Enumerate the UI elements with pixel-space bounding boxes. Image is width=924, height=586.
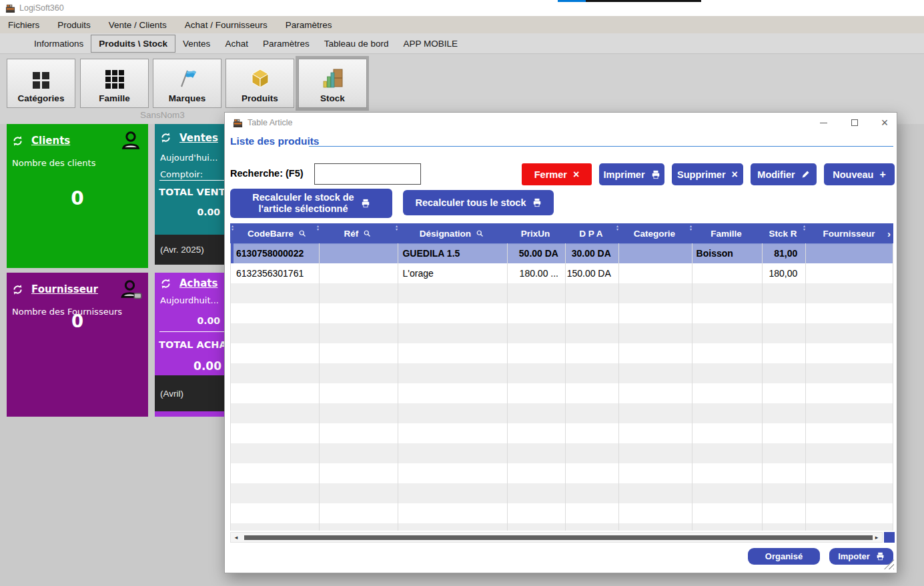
horizontal-scrollbar[interactable]: ◂ ▸ [230,532,883,543]
table-row[interactable]: 6132356301761 L'orage 180.00 ... 150.00 … [231,263,893,283]
minimize-icon[interactable] [817,117,829,129]
table-row-empty[interactable] [231,503,893,523]
maximize-icon[interactable] [849,117,861,129]
table-row-empty[interactable] [231,343,893,363]
scroll-left-icon[interactable]: ◂ [232,533,240,541]
cell [804,243,893,263]
fermer-button[interactable]: Fermer × [522,163,592,185]
menu-fichiers[interactable]: Fichiers [8,20,39,30]
toolbar-button-stock[interactable]: Stock [298,59,367,108]
col-codebarre[interactable]: CodeBarre [230,223,318,243]
cube-icon [250,67,271,89]
tab-achat[interactable]: Achat [217,35,256,52]
cell: 6130758000022 [231,243,319,263]
search-icon [476,229,484,237]
refresh-icon[interactable] [12,284,23,295]
table-row-empty[interactable] [231,323,893,343]
grid-3x3-icon [105,70,124,89]
col-famille[interactable]: Famille [691,223,761,243]
imprimer-label: Imprimer [603,169,644,180]
tab-produits-stock[interactable]: Produits \ Stock [91,35,175,53]
table-row-empty[interactable] [231,463,893,483]
supprimer-button[interactable]: Supprimer × [672,163,743,185]
app-logo-icon [5,3,15,13]
menu-parametres[interactable]: Paramètres [286,20,332,30]
organise-label: Organisé [765,551,803,561]
col-fournisseur[interactable]: Fournisseur › [805,223,893,243]
ventes-period: (Avr. 2025) [160,245,204,255]
refresh-icon[interactable] [12,135,23,147]
toolbar-button-produits[interactable]: Produits [225,59,294,108]
organise-button[interactable]: Organisé [748,548,820,565]
scrollbar-thumb[interactable] [244,535,873,540]
recalc-selected-button[interactable]: Recalculer le stock de l'article sélecti… [230,189,392,218]
menu-vente-clients[interactable]: Vente / Clients [109,20,167,30]
column-gridline [319,243,320,531]
modifier-label: Modifier [757,169,795,180]
column-gridline [565,243,566,531]
recalc-all-button[interactable]: Recalculer tous le stock [403,190,554,215]
table-body: 6130758000022 GUEDILA 1.5 50.00 DA 30.00… [230,243,893,531]
menu-achat-fournisseurs[interactable]: Achat / Fournisseurs [185,20,268,30]
col-designation[interactable]: Désignation [397,223,506,243]
tab-informations[interactable]: Informations [27,35,91,52]
tab-ventes[interactable]: Ventes [175,35,217,52]
printer-icon [361,199,370,208]
refresh-icon[interactable] [160,132,171,143]
tab-parametres[interactable]: Paramètres [256,35,317,52]
col-categorie[interactable]: Categorie [618,223,691,243]
panel-ventes-title[interactable]: Ventes [179,132,218,144]
table-row-empty[interactable] [231,523,893,531]
recalc-all-label: Recalculer tous le stock [415,197,526,208]
table-row-empty[interactable] [231,443,893,463]
table-row-empty[interactable] [231,483,893,503]
col-prixun[interactable]: PrixUn [506,223,564,243]
printer-icon [651,170,660,179]
table-row-empty[interactable] [231,283,893,303]
table-row-selected[interactable]: 6130758000022 GUEDILA 1.5 50.00 DA 30.00… [231,243,893,263]
tab-tableau-de-bord[interactable]: Tableau de bord [317,35,396,52]
col-dpa[interactable]: D P A [564,223,618,243]
sort-caret-icon[interactable]: ▴▾ [396,224,398,231]
ventes-total-value: 0.00 [155,207,220,217]
tab-app-mobile[interactable]: APP MOBILE [396,35,466,52]
clients-caption: Nombre des clients [7,158,148,168]
importer-button[interactable]: Impoter [829,548,893,565]
close-icon[interactable]: × [879,117,891,129]
clients-count: 0 [7,187,148,209]
sort-caret-icon[interactable]: ▴▾ [616,224,618,231]
table-row-empty[interactable] [231,423,893,443]
scroll-right-icon[interactable]: ▸ [873,533,881,541]
modifier-button[interactable]: Modifier [751,163,817,185]
sort-caret-icon[interactable]: ▴▾ [232,224,234,231]
sort-caret-icon[interactable]: ▴▾ [317,224,319,231]
cell: GUEDILA 1.5 [397,243,506,263]
table-row-empty[interactable] [231,363,893,383]
panel-achats-title[interactable]: Achats [179,277,217,289]
col-stckr[interactable]: Stck R [761,223,805,243]
plus-icon: + [879,169,885,181]
toolbar-button-marques[interactable]: Marques [153,59,221,108]
panel-fournisseur-title[interactable]: Fournisseur [31,283,98,295]
cell: 81,00 [761,243,804,263]
nouveau-button[interactable]: Nouveau + [824,163,895,185]
dialog-titlebar[interactable]: Table Article [225,113,897,133]
menu-produits[interactable]: Produits [57,20,91,30]
cell: 30.00 DA [564,243,618,263]
table-row-empty[interactable] [231,303,893,323]
search-input[interactable] [314,163,421,185]
toolbar-button-label: Marques [169,93,206,103]
col-ref[interactable]: Réf [318,223,397,243]
panel-clients-title[interactable]: Clients [31,135,70,147]
imprimer-button[interactable]: Imprimer [599,163,664,185]
cell [618,243,691,263]
toolbar-button-famille[interactable]: Famille [80,59,149,108]
refresh-icon[interactable] [160,278,171,289]
table-row-empty[interactable] [231,383,893,403]
sort-caret-icon[interactable]: ▴▾ [690,224,692,231]
chevron-right-icon: › [887,228,891,239]
table-row-empty[interactable] [231,403,893,423]
toolbar-button-categories[interactable]: Catégories [7,59,75,108]
top-progress-black [586,0,701,2]
sort-caret-icon[interactable]: ▴▾ [803,224,805,231]
